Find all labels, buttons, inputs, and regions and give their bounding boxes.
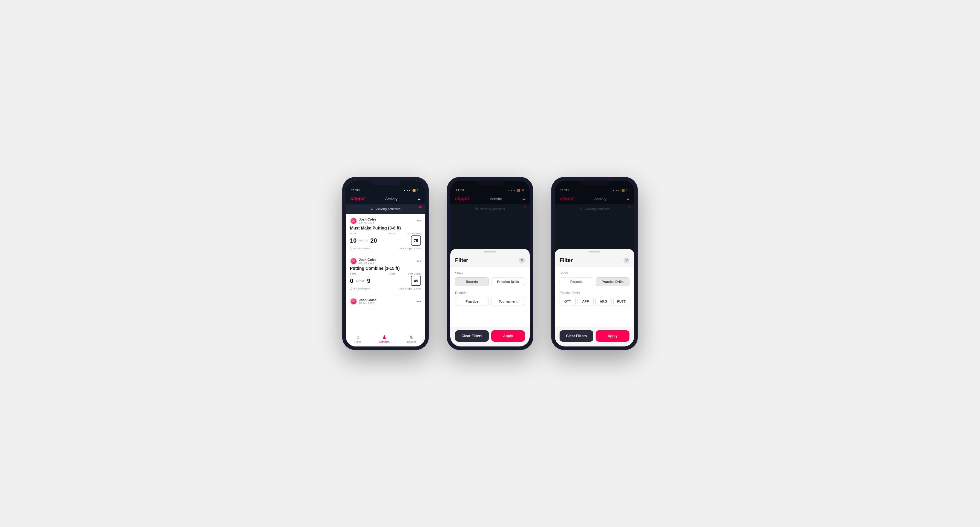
phone-2-screen: 11:33 ▲▲▲ 📶 51 clippd Activity ≡ ⚙ Viewi… [450, 181, 530, 346]
filter-title-3: Filter [560, 257, 573, 264]
shots-value-2: 9 [367, 278, 370, 284]
clear-filters-btn-3[interactable]: Clear Filters [560, 330, 593, 342]
logo-1: clippd [350, 196, 364, 202]
stat-labels-2: Score Shots Shot Quality [350, 273, 421, 275]
avatar-img-3: JC [350, 298, 356, 305]
nav-home-label: Home [355, 340, 361, 343]
activity-item-1: JC Josh Coles 28 Feb 2023 ••• Must Make … [346, 214, 425, 254]
filter-content-3: Show Rounds Practice Drills Practice Dri… [555, 267, 634, 327]
activity-footer-2: ⓘ Test Information Data: Clippd Capture [350, 287, 421, 290]
user-name-1: Josh Coles [359, 217, 377, 221]
home-icon: ⌂ [356, 335, 360, 340]
activity-header-1: JC Josh Coles 28 Feb 2023 ••• [350, 217, 421, 224]
more-btn-3[interactable]: ••• [417, 299, 421, 304]
avatar-1: JC [350, 217, 357, 224]
activity-list-1: JC Josh Coles 28 Feb 2023 ••• Must Make … [346, 214, 425, 331]
rounds-label-2: Rounds [455, 291, 525, 295]
scene: 11:33 ▲▲▲ 📶 51 clippd Activity ≡ ⚙ Viewi… [324, 159, 656, 368]
filter-sheet-2: Filter ✕ Show Rounds Practice Drills Rou… [450, 249, 530, 346]
filter-close-3[interactable]: ✕ [624, 257, 630, 264]
user-details-3: Josh Coles 28 Feb 2023 [359, 298, 377, 305]
arg-btn-3[interactable]: ARG [595, 297, 611, 306]
capture-icon: ⊕ [410, 334, 414, 340]
data-source-1: Data: Clippd Capture [399, 247, 421, 250]
drills-buttons-3: OTT APP ARG PUTT [560, 297, 630, 306]
more-btn-2[interactable]: ••• [417, 259, 421, 264]
activity-item-2: JC Josh Coles 28 Feb 2023 ••• Putting Co… [346, 254, 425, 294]
filter-content-2: Show Rounds Practice Drills Rounds Pract… [450, 267, 530, 327]
shot-quality-label-1: Shot Quality [408, 232, 421, 235]
user-details-1: Josh Coles 28 Feb 2023 [359, 217, 377, 224]
phone-3: 11:33 ▲▲▲ 📶 51 clippd Activity ≡ ⚙ Viewi… [551, 177, 638, 350]
user-name-2: Josh Coles [359, 258, 377, 262]
user-date-2: 28 Feb 2023 [359, 262, 377, 264]
test-info-2: ⓘ Test Information [350, 287, 370, 290]
filter-handle-2 [484, 251, 496, 252]
ott-btn-3[interactable]: OTT [560, 297, 576, 306]
rounds-buttons-2: Practice Tournament [455, 297, 525, 306]
tournament-btn-2[interactable]: Tournament [491, 297, 525, 306]
user-info-3: JC Josh Coles 28 Feb 2023 [350, 298, 377, 305]
practice-round-btn-2[interactable]: Practice [455, 297, 489, 306]
score-label-1: Score [350, 232, 356, 235]
putt-btn-3[interactable]: PUTT [613, 297, 630, 306]
filter-handle-3 [589, 251, 600, 252]
app-btn-3[interactable]: APP [578, 297, 593, 306]
shots-value-1: 20 [370, 237, 377, 244]
wifi-icon: 📶 [412, 189, 416, 192]
hamburger-icon-1[interactable]: ≡ [418, 196, 420, 201]
stat-labels-1: Score Shots Shot Quality [350, 232, 421, 235]
stats-row-2: 0 OUT OF 9 45 [350, 276, 421, 286]
filter-close-2[interactable]: ✕ [519, 257, 525, 264]
user-info-1: JC Josh Coles 28 Feb 2023 [350, 217, 377, 224]
phone-1-screen: 11:33 ▲▲▲ 📶 51 clippd Activity ≡ ⚙ Viewi… [346, 181, 425, 346]
rounds-btn-3[interactable]: Rounds [560, 277, 593, 286]
filter-sheet-3: Filter ✕ Show Rounds Practice Drills Pra… [555, 249, 634, 346]
shot-quality-badge-1: 75 [411, 235, 421, 246]
bottom-nav-1: ⌂ Home ♟ Activities ⊕ Capture [346, 331, 425, 346]
viewing-banner-1[interactable]: ⚙ Viewing Activities [346, 204, 425, 214]
avatar-2: JC [350, 257, 357, 265]
nav-capture[interactable]: ⊕ Capture [407, 334, 417, 343]
more-btn-1[interactable]: ••• [417, 218, 421, 223]
user-info-2: JC Josh Coles 28 Feb 2023 [350, 257, 377, 265]
test-info-1: ⓘ Test Information [350, 247, 370, 250]
filter-header-3: Filter ✕ [555, 255, 634, 267]
score-label-2: Score [350, 273, 356, 275]
apply-btn-2[interactable]: Apply [491, 330, 525, 342]
shot-quality-badge-2: 45 [411, 276, 421, 286]
activity-title-1: Must Make Putting (3-6 ft) [350, 225, 421, 230]
activities-icon: ♟ [382, 334, 387, 340]
nav-activities[interactable]: ♟ Activities [379, 334, 390, 343]
stats-row-1: 10 OUT OF 20 75 [350, 235, 421, 246]
practice-drills-btn-3[interactable]: Practice Drills [596, 277, 630, 286]
avatar-img-2: JC [350, 258, 356, 264]
apply-btn-3[interactable]: Apply [596, 330, 630, 342]
score-value-2: 0 [350, 278, 353, 284]
show-buttons-3: Rounds Practice Drills [560, 277, 630, 286]
filter-icon-1: ⚙ [371, 207, 374, 211]
user-name-3: Josh Coles [359, 298, 377, 302]
out-of-1: OUT OF [359, 239, 368, 242]
header-title-1: Activity [385, 197, 398, 201]
activity-header-3: JC Josh Coles 28 Feb 2023 ••• [350, 298, 421, 305]
phone-3-screen: 11:33 ▲▲▲ 📶 51 clippd Activity ≡ ⚙ Viewi… [555, 181, 634, 346]
activity-title-2: Putting Combine (3-15 ft) [350, 266, 421, 271]
show-buttons-2: Rounds Practice Drills [455, 277, 525, 286]
status-time-1: 11:33 [351, 188, 360, 192]
filter-title-2: Filter [455, 257, 468, 264]
data-source-2: Data: Clippd Capture [399, 287, 421, 290]
clear-filters-btn-2[interactable]: Clear Filters [455, 330, 489, 342]
viewing-label-1: Viewing Activities [375, 207, 401, 211]
nav-activities-label: Activities [379, 340, 390, 343]
rounds-btn-2[interactable]: Rounds [455, 277, 489, 286]
nav-home[interactable]: ⌂ Home [355, 335, 361, 343]
activity-item-3: JC Josh Coles 28 Feb 2023 ••• [346, 294, 425, 310]
filter-overlay-2: Filter ✕ Show Rounds Practice Drills Rou… [450, 181, 530, 346]
user-date-1: 28 Feb 2023 [359, 221, 377, 224]
nav-capture-label: Capture [407, 340, 417, 343]
shots-label-2: Shots [389, 273, 395, 275]
shots-label-1: Shots [389, 232, 395, 235]
avatar-img-1: JC [350, 218, 356, 224]
practice-drills-btn-2[interactable]: Practice Drills [491, 277, 525, 286]
